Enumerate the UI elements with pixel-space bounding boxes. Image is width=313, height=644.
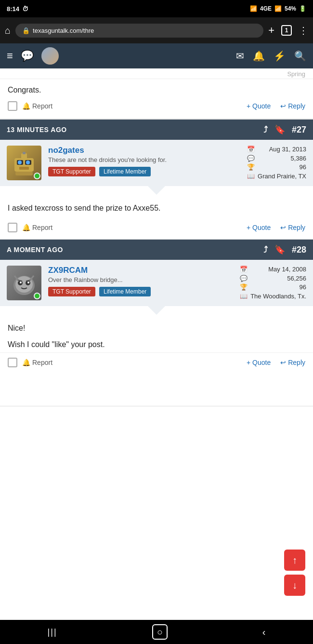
post-28-badge-tgt: TGT Supporter xyxy=(48,287,95,296)
quote-button[interactable]: + Quote xyxy=(247,102,271,110)
post-28-arrow-divider xyxy=(0,306,313,316)
post-27-actions-left: 🔔 Report xyxy=(8,223,52,232)
network-label: 4GE xyxy=(260,5,272,12)
post-27-report-button[interactable]: 🔔 Report xyxy=(22,224,52,231)
post-27-online-indicator xyxy=(34,173,40,179)
reply-button[interactable]: ↩ Reply xyxy=(280,102,305,110)
post-27-quote-button[interactable]: + Quote xyxy=(247,224,271,231)
url-text: texasguntalk.com/thre xyxy=(33,27,94,34)
post-28-footer-actions-right: + Quote ↩ Reply xyxy=(247,359,305,366)
post-28-time: A MOMENT AGO xyxy=(7,246,63,254)
post-checkbox[interactable] xyxy=(8,101,17,111)
browser-home-icon[interactable]: ⌂ xyxy=(5,25,11,36)
post-27-meta: 📅 Aug 31, 2013 💬 5,386 🏆 96 📖 Grand Prai… xyxy=(247,146,306,180)
browser-actions: + 1 ⋮ xyxy=(268,24,308,37)
bottom-nav: ||| ○ ‹ xyxy=(0,620,313,644)
post-28-loc-val: The Woodlands, Tx. xyxy=(250,293,306,301)
post-27-trophy-icon: 🏆 xyxy=(247,163,255,172)
nav-icons: ✉ 🔔 ⚡ 🔍 xyxy=(236,50,306,62)
bell-report-icon: 🔔 xyxy=(22,102,30,110)
post-27-body: I asked texcross to send the prize to Ax… xyxy=(0,196,313,216)
share-icon[interactable]: ⤴ xyxy=(263,125,268,135)
post-27-avatar-wrap xyxy=(7,146,41,180)
battery-label: 54% xyxy=(285,5,296,12)
post-28-avatar-wrap xyxy=(7,266,41,300)
post-28-header: A MOMENT AGO ⤴ 🔖 #28 xyxy=(0,240,313,260)
post-28-date-val: May 14, 2008 xyxy=(250,266,306,274)
svg-rect-6 xyxy=(15,172,33,175)
report-button[interactable]: 🔔 Report xyxy=(22,102,52,110)
post-27-loc-val: Grand Prairie, TX xyxy=(258,173,306,181)
post-28-checkbox[interactable] xyxy=(8,358,17,367)
scroll-down-button[interactable]: ↓ xyxy=(284,575,305,596)
share-icon-28[interactable]: ⤴ xyxy=(263,245,268,255)
avatar-image xyxy=(41,47,59,65)
post-27-arrow-divider xyxy=(0,186,313,196)
post-27-actions-right: + Quote ↩ Reply xyxy=(247,224,305,231)
bottom-nav-back-icon[interactable]: ‹ xyxy=(262,627,266,638)
post-28-date-icon: 📅 xyxy=(240,266,248,274)
post-28-trophy-icon: 🏆 xyxy=(240,283,248,292)
actions-left: 🔔 Report xyxy=(8,101,52,111)
post-27-header-actions: ⤴ 🔖 #27 xyxy=(263,124,306,135)
post-28-msg-val: 56,256 xyxy=(250,275,306,283)
post-28-num: #28 xyxy=(292,245,306,255)
post-27-user-info: no2gates These are not the droids you're… xyxy=(0,140,313,186)
user-avatar[interactable] xyxy=(41,47,59,65)
signal-icon: 📶 xyxy=(274,5,282,12)
bell-icon[interactable]: 🔔 xyxy=(253,50,265,62)
actions-right: + Quote ↩ Reply xyxy=(247,102,305,110)
post-27-user-details: no2gates These are not the droids you're… xyxy=(48,146,240,180)
post-27-reply-button[interactable]: ↩ Reply xyxy=(280,224,305,231)
post-27-actions: 🔔 Report + Quote ↩ Reply xyxy=(0,218,313,239)
svg-rect-5 xyxy=(19,167,29,170)
browser-address-bar[interactable]: 🔒 texasguntalk.com/thre xyxy=(15,24,263,38)
reply-icon: ↩ xyxy=(280,102,286,110)
svg-point-10 xyxy=(15,276,33,293)
post-27-msg-icon: 💬 xyxy=(247,155,255,163)
browser-menu-icon[interactable]: ⋮ xyxy=(299,25,308,36)
bookmark-icon-28[interactable]: 🔖 xyxy=(274,244,285,255)
svg-point-4 xyxy=(26,161,30,164)
search-icon[interactable]: 🔍 xyxy=(294,50,306,62)
svg-point-13 xyxy=(20,282,22,283)
congrats-text: Congrats. xyxy=(8,86,305,94)
bottom-nav-home-icon[interactable]: ○ xyxy=(152,624,168,640)
post-28-trophy-val: 96 xyxy=(250,283,306,292)
svg-point-14 xyxy=(27,282,29,283)
post-28-reply-button[interactable]: ↩ Reply xyxy=(280,359,305,366)
mail-icon[interactable]: ✉ xyxy=(236,50,244,62)
partial-post: Spring Congrats. 🔔 Report + Quote ↩ Repl… xyxy=(0,68,313,120)
post-28-report-button[interactable]: 🔔 Report xyxy=(22,359,52,366)
post-27-badge-lifetime: Lifetime Member xyxy=(99,167,151,176)
svg-point-3 xyxy=(18,161,22,164)
post-27-user-status: These are not the droids you're looking … xyxy=(48,156,240,163)
post-28-card: A MOMENT AGO ⤴ 🔖 #28 xyxy=(0,240,313,406)
bookmark-icon[interactable]: 🔖 xyxy=(274,124,285,135)
hamburger-icon[interactable]: ≡ xyxy=(7,50,13,62)
post-27-checkbox[interactable] xyxy=(8,223,17,232)
post-27-username[interactable]: no2gates xyxy=(48,146,240,155)
reply-icon-27: ↩ xyxy=(280,224,286,231)
status-time: 8:14 xyxy=(7,5,19,13)
bottom-nav-menu-icon[interactable]: ||| xyxy=(48,627,57,637)
lightning-icon[interactable]: ⚡ xyxy=(274,50,286,62)
battery-icon: 🔋 xyxy=(299,5,306,12)
post-27-loc-icon: 📖 xyxy=(247,173,255,181)
post-28-badge-lifetime: Lifetime Member xyxy=(99,287,151,296)
post-28-username[interactable]: ZX9RCAM xyxy=(48,266,233,275)
new-tab-icon[interactable]: + xyxy=(268,24,274,37)
partial-top-label: Spring xyxy=(287,70,305,78)
post-28-quote-button[interactable]: + Quote xyxy=(247,359,271,366)
post-28-msg-icon: 💬 xyxy=(240,275,248,283)
post-27-date-val: Aug 31, 2013 xyxy=(258,146,306,154)
scroll-buttons: ↑ ↓ xyxy=(284,550,305,596)
post-28-user-status: Over the Rainbow bridge... xyxy=(48,276,233,283)
lock-icon: 🔒 xyxy=(22,27,30,34)
post-27-num: #27 xyxy=(292,125,306,135)
congrats-post-actions: 🔔 Report + Quote ↩ Reply xyxy=(8,101,305,111)
tab-counter[interactable]: 1 xyxy=(281,25,292,36)
wifi-icon: 📶 xyxy=(250,5,257,12)
scroll-up-button[interactable]: ↑ xyxy=(284,550,305,571)
chat-icon[interactable]: 💬 xyxy=(21,50,34,62)
